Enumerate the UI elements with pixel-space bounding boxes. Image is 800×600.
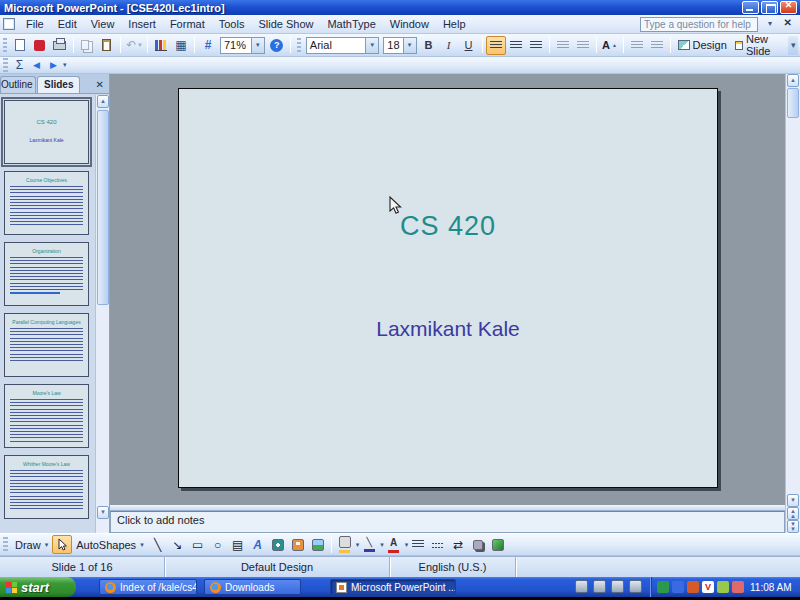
- zoom-combo[interactable]: 71% ▾: [220, 37, 265, 54]
- tray-battery-icon[interactable]: [717, 581, 729, 593]
- increase-font-button[interactable]: A▲: [600, 36, 620, 55]
- slide-thumbnail-2[interactable]: Course Objectives: [4, 171, 89, 235]
- slide-subtitle-text[interactable]: Laxmikant Kale: [179, 317, 717, 341]
- slide-canvas[interactable]: CS 420 Laxmikant Kale: [178, 88, 718, 488]
- taskbar-button-downloads[interactable]: Downloads: [204, 579, 301, 595]
- insert-clipart-button[interactable]: [288, 535, 308, 554]
- status-language[interactable]: English (U.S.): [390, 557, 516, 577]
- slide-thumbnail-3[interactable]: Organization: [4, 242, 89, 306]
- notes-input[interactable]: Click to add notes: [110, 511, 785, 533]
- line-style-button[interactable]: [408, 535, 428, 554]
- tray-messenger-icon[interactable]: [732, 581, 744, 593]
- pane-scroll-up-icon[interactable]: ▲: [97, 95, 109, 108]
- back-button[interactable]: ◀: [28, 58, 45, 72]
- menu-help[interactable]: Help: [436, 16, 473, 32]
- menu-window[interactable]: Window: [383, 16, 436, 32]
- font-size-combo[interactable]: 18 ▾: [383, 37, 416, 54]
- undo-button[interactable]: ↶ ▾: [124, 36, 144, 55]
- tray-network-icon[interactable]: [657, 581, 669, 593]
- line-button[interactable]: ╲: [148, 535, 168, 554]
- print-button[interactable]: [50, 36, 70, 55]
- toolbar-overflow-icon[interactable]: ▾: [63, 61, 67, 69]
- insert-chart-button[interactable]: [151, 36, 171, 55]
- font-dropdown-icon[interactable]: ▾: [365, 38, 378, 53]
- minimize-button[interactable]: [742, 1, 759, 14]
- insert-diagram-button[interactable]: [268, 535, 288, 554]
- decrease-indent-button[interactable]: [627, 36, 647, 55]
- insert-table-button[interactable]: ▦: [171, 36, 191, 55]
- textbox-button[interactable]: ▤: [228, 535, 248, 554]
- scroll-down-icon[interactable]: ▼: [787, 494, 799, 507]
- zoom-dropdown-icon[interactable]: ▾: [251, 38, 264, 53]
- toolbar-grip[interactable]: [297, 38, 301, 53]
- question-box[interactable]: Type a question for help: [640, 17, 758, 32]
- editor-scrollbar[interactable]: ▲ ▼ ▲▲ ▼▼: [785, 74, 800, 533]
- menu-insert[interactable]: Insert: [121, 16, 163, 32]
- threed-style-button[interactable]: [488, 535, 508, 554]
- shadow-style-button[interactable]: [468, 535, 488, 554]
- dash-style-button[interactable]: [428, 535, 448, 554]
- start-button[interactable]: start: [0, 577, 76, 597]
- restore-button[interactable]: [761, 1, 778, 14]
- slide-thumbnail-4[interactable]: Parallel Computing Languages: [4, 313, 89, 377]
- align-center-button[interactable]: [506, 36, 526, 55]
- oval-button[interactable]: ○: [208, 535, 228, 554]
- forward-button[interactable]: ▶: [45, 58, 62, 72]
- pane-scroll-down-icon[interactable]: ▼: [97, 506, 109, 519]
- status-design-name[interactable]: Default Design: [165, 557, 390, 577]
- new-slide-button[interactable]: New Slide: [731, 36, 789, 55]
- tab-slides[interactable]: Slides: [37, 76, 80, 93]
- menu-view[interactable]: View: [84, 16, 122, 32]
- menu-edit[interactable]: Edit: [51, 16, 84, 32]
- tray-volume-icon[interactable]: [672, 581, 684, 593]
- question-dropdown-icon[interactable]: ▾: [768, 19, 772, 28]
- pane-scroll-thumb[interactable]: [97, 110, 109, 305]
- arrow-style-button[interactable]: ⇄: [448, 535, 468, 554]
- arrow-button[interactable]: ↘: [168, 535, 188, 554]
- next-slide-button[interactable]: ▼▼: [787, 520, 799, 533]
- mathtype-button[interactable]: Σ: [11, 58, 28, 72]
- line-color-button[interactable]: ╲: [359, 535, 379, 554]
- font-name-combo[interactable]: Arial ▾: [306, 37, 379, 54]
- pane-close-icon[interactable]: ✕: [96, 79, 109, 93]
- help-button[interactable]: ?: [267, 36, 287, 55]
- toolbar-grip[interactable]: [3, 38, 7, 53]
- select-objects-button[interactable]: [52, 535, 72, 554]
- insert-picture-button[interactable]: [308, 535, 328, 554]
- size-dropdown-icon[interactable]: ▾: [403, 38, 416, 53]
- show-grid-button[interactable]: #: [198, 36, 218, 55]
- taskbar-button-firefox-index[interactable]: Index of /kale/cs420 ...: [99, 579, 197, 595]
- slide-thumbnail-5[interactable]: Moore's Law: [4, 384, 89, 448]
- font-color-button[interactable]: A: [384, 535, 404, 554]
- toolbar-options-icon[interactable]: ▾: [788, 36, 798, 55]
- toolbar-grip[interactable]: [3, 537, 8, 552]
- slide-title-text[interactable]: CS 420: [179, 211, 717, 242]
- menu-tools[interactable]: Tools: [212, 16, 252, 32]
- tray-update-icon[interactable]: [687, 581, 699, 593]
- slide-workspace[interactable]: CS 420 Laxmikant Kale: [110, 74, 785, 505]
- ink-tool-icon[interactable]: [611, 580, 624, 593]
- bullets-button[interactable]: [573, 36, 593, 55]
- paste-button[interactable]: [97, 36, 117, 55]
- close-button[interactable]: ✕: [780, 1, 797, 14]
- display-tool-icon[interactable]: [593, 580, 606, 593]
- bold-button[interactable]: B: [419, 36, 439, 55]
- underline-button[interactable]: U: [459, 36, 479, 55]
- copy-button[interactable]: [77, 36, 97, 55]
- toolbar-grip[interactable]: [3, 58, 8, 73]
- rectangle-button[interactable]: ▭: [188, 535, 208, 554]
- slide-thumbnail-1[interactable]: CS 420 Laxmikant Kale: [4, 100, 89, 164]
- align-right-button[interactable]: [526, 36, 546, 55]
- tablet-tool-icon[interactable]: [629, 580, 642, 593]
- wordart-button[interactable]: A: [248, 535, 268, 554]
- menu-mathtype[interactable]: MathType: [320, 16, 382, 32]
- draw-menu-button[interactable]: Draw ▾: [11, 535, 52, 554]
- pen-tool-icon[interactable]: [575, 580, 588, 593]
- menu-file[interactable]: File: [19, 16, 51, 32]
- new-document-button[interactable]: [10, 36, 30, 55]
- previous-slide-button[interactable]: ▲▲: [787, 507, 799, 520]
- menu-format[interactable]: Format: [163, 16, 212, 32]
- tray-antivirus-icon[interactable]: V: [702, 581, 714, 593]
- numbering-button[interactable]: [553, 36, 573, 55]
- increase-indent-button[interactable]: [647, 36, 667, 55]
